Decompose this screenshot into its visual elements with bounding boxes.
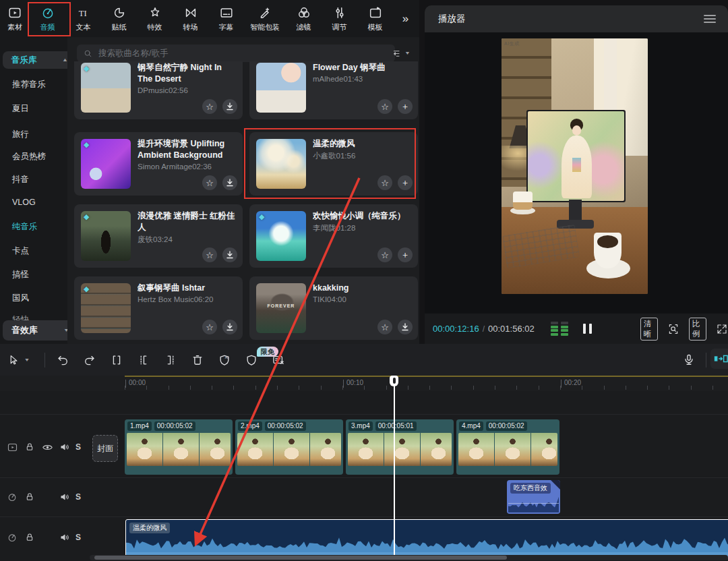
split-button[interactable]	[109, 352, 125, 368]
music-clip-selected[interactable]: 温柔的微风	[125, 519, 728, 558]
chevron-down-icon: ▼	[24, 357, 30, 363]
sidebar-item-vlog[interactable]: VLOG	[12, 198, 36, 207]
tab-transitions[interactable]: 转场	[173, 0, 208, 37]
delete-button[interactable]	[189, 352, 206, 368]
tab-stickers[interactable]: 贴纸	[101, 0, 137, 37]
add-to-track-button[interactable]: ＋	[398, 247, 413, 262]
search-bar[interactable]	[77, 45, 395, 62]
tab-audio[interactable]: 音频	[30, 0, 65, 37]
smart-mask-ai-button[interactable]: AI	[216, 352, 233, 368]
split-right-button[interactable]	[162, 352, 179, 368]
playhead-handle[interactable]	[390, 376, 398, 386]
album-art: ◆	[81, 283, 131, 333]
search-input[interactable]	[97, 48, 388, 59]
select-tool-button[interactable]	[5, 352, 22, 368]
main-track-magnet-button[interactable]	[710, 349, 728, 369]
mute-track-button[interactable]	[58, 531, 71, 544]
sidebar-item-recommended[interactable]: 推荐音乐	[12, 79, 46, 90]
sidebar-section-music-library[interactable]: 音乐库 ▲	[3, 51, 73, 69]
quality-button[interactable]: 清晰	[640, 318, 658, 341]
text-icon: TI	[76, 5, 91, 20]
music-clip-label: 温柔的微风	[129, 523, 170, 533]
sidebar-item-douyin[interactable]: 抖音	[12, 174, 29, 185]
record-voiceover-button[interactable]	[681, 352, 697, 368]
download-button[interactable]	[222, 320, 237, 334]
music-waveform	[126, 533, 728, 553]
adjust-sliders-icon	[332, 5, 347, 20]
music-card[interactable]: ◆ 提升环境背景 Uplifting Ambient Background Si…	[74, 132, 243, 196]
favorite-button[interactable]: ☆	[202, 99, 217, 114]
sfx-clip[interactable]: 吃东西音效	[507, 480, 560, 514]
undo-button[interactable]	[55, 352, 71, 368]
music-card[interactable]: ◆ 欢快愉悦小调（纯音乐） 李闻陇01:28 ☆ ＋	[249, 204, 418, 268]
mute-track-button[interactable]	[58, 490, 71, 504]
player-menu-button[interactable]	[704, 15, 716, 25]
tab-smart-package[interactable]: 智能包装	[244, 0, 286, 37]
sidebar-item-pure-music[interactable]: 纯音乐	[12, 221, 38, 233]
tab-adjust[interactable]: 调节	[322, 0, 357, 37]
favorite-button[interactable]: ☆	[377, 175, 392, 190]
hide-track-button[interactable]	[40, 440, 54, 454]
sidebar-item-beat[interactable]: 卡点	[12, 245, 29, 257]
music-card[interactable]: ◆ 钢琴自然宁静 Night In The Desert DPmusic02:5…	[74, 61, 243, 119]
lock-track-button[interactable]	[23, 531, 36, 544]
tab-effects[interactable]: 特效	[137, 0, 173, 37]
timeline-hscroll-thumb[interactable]	[94, 556, 507, 560]
split-left-button[interactable]	[135, 352, 152, 368]
mute-track-button[interactable]	[58, 440, 71, 454]
music-card[interactable]: FOREVER kkakking TIKI04:00 ☆	[249, 276, 418, 340]
sidebar-item-vip-hot[interactable]: 会员热榜	[12, 151, 46, 163]
video-clip-2[interactable]: 2.mp400:00:05:02	[235, 419, 343, 475]
video-clip-3[interactable]: 3.mp400:00:05:01	[346, 419, 454, 475]
audio-level-meter	[551, 322, 568, 336]
sidebar-item-funny[interactable]: 搞怪	[12, 269, 29, 280]
shield-ai-icon: AI	[218, 353, 231, 367]
sidebar-sound-effects-dropdown[interactable]: 音效库 ▼	[3, 320, 75, 341]
solo-track-button[interactable]: S	[75, 442, 81, 452]
pause-button[interactable]	[583, 324, 592, 334]
video-clip-1[interactable]: 1.mp400:00:05:02	[125, 419, 233, 475]
lock-track-button[interactable]	[23, 490, 36, 504]
favorite-button[interactable]: ☆	[202, 247, 217, 262]
music-card[interactable]: ◆ 叙事钢琴曲 Ishtar Hertz Box Music06:20 ☆	[74, 276, 243, 340]
favorite-button[interactable]: ☆	[377, 247, 392, 262]
music-card[interactable]: Flower Day 钢琴曲 mAlhede01:43 ☆ ＋	[249, 61, 418, 119]
tab-media[interactable]: 素材	[0, 0, 30, 37]
music-card[interactable]: ◆ 浪漫优雅 迷情爵士 红粉佳人 废铁03:24 ☆	[74, 204, 243, 268]
fullscreen-button[interactable]	[716, 323, 728, 335]
music-card-selected[interactable]: 温柔的微风 小鑫歌01:56 ☆ ＋	[249, 132, 418, 196]
video-clip-4[interactable]: 4.mp400:00:05:02	[456, 419, 559, 475]
top-toolbar: 素材 音频 TI 文本 贴纸 特效 转场 字幕 智能包装	[0, 0, 419, 37]
tab-text[interactable]: TI 文本	[65, 0, 101, 37]
redo-button[interactable]	[82, 352, 98, 368]
preview-zoom-button[interactable]	[667, 323, 679, 335]
timeline-ruler[interactable]: 00:00 00:10 00:20	[0, 376, 728, 391]
favorite-button[interactable]: ☆	[377, 320, 392, 334]
microphone-icon	[682, 353, 696, 367]
tab-templates[interactable]: 模板	[357, 0, 393, 37]
download-button[interactable]	[222, 247, 237, 262]
download-button[interactable]	[398, 320, 413, 334]
lock-track-button[interactable]	[23, 440, 36, 454]
music-sidebar: 音乐库 ▲ 推荐音乐 夏日 旅行 会员热榜 抖音 VLOG 纯音乐 卡点 搞怪 …	[0, 37, 67, 344]
tab-captions[interactable]: 字幕	[208, 0, 244, 37]
download-button[interactable]	[222, 175, 237, 190]
favorite-button[interactable]: ☆	[202, 320, 217, 334]
favorite-button[interactable]: ☆	[377, 99, 392, 114]
tab-filters[interactable]: 滤镜	[286, 0, 322, 37]
download-button[interactable]	[222, 99, 237, 114]
add-to-track-button[interactable]: ＋	[398, 175, 413, 190]
toolbar-more-button[interactable]: »	[393, 0, 418, 37]
solo-track-button[interactable]: S	[75, 533, 81, 542]
sidebar-item-summer[interactable]: 夏日	[12, 103, 29, 115]
add-to-track-button[interactable]: ＋	[398, 99, 413, 114]
ratio-button[interactable]: 比例	[689, 318, 706, 341]
sidebar-item-travel[interactable]: 旅行	[12, 129, 29, 140]
sidebar-item-chinese-style[interactable]: 国风	[12, 293, 29, 304]
fade-handle	[551, 480, 560, 490]
cover-button[interactable]: 封面	[92, 435, 118, 462]
filter-button[interactable]: ▼	[392, 47, 413, 60]
select-tool-dropdown[interactable]: ▼	[23, 352, 31, 368]
solo-track-button[interactable]: S	[75, 492, 81, 502]
favorite-button[interactable]: ☆	[202, 175, 217, 190]
